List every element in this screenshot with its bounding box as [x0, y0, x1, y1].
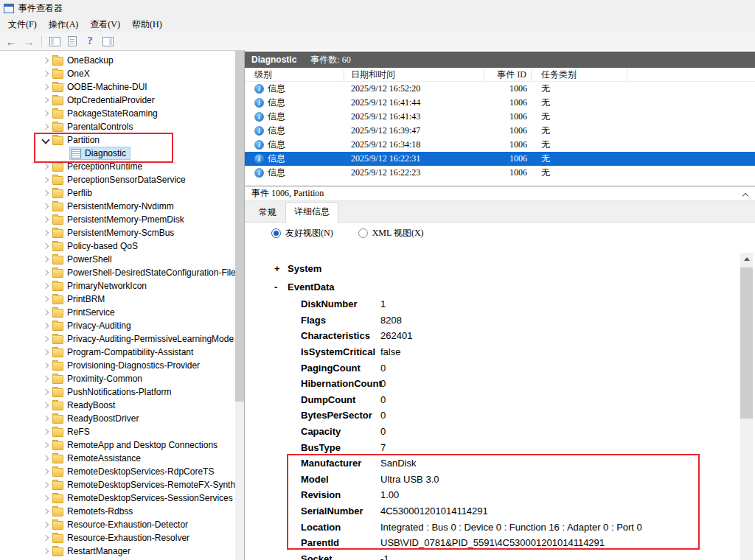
sidebar-item-partition[interactable]: Partition [0, 133, 235, 147]
chevron-right-icon[interactable] [41, 335, 50, 343]
sidebar-item-privacy-auditing-permissivelearningmode[interactable]: Privacy-Auditing-PermissiveLearningMode [0, 332, 235, 346]
chevron-right-icon[interactable] [41, 255, 50, 264]
sidebar-item-otpcredentialprovider[interactable]: OtpCredentialProvider [0, 94, 235, 107]
menu-item-f[interactable]: 文件(F) [2, 17, 43, 32]
forward-button[interactable]: → [21, 34, 37, 49]
chevron-right-icon[interactable] [41, 109, 50, 118]
radio-button-friendly-view[interactable] [271, 228, 281, 238]
tab-details[interactable]: 详细信息 [285, 202, 338, 223]
sidebar-item-remotedesktopservices-rdpcorets[interactable]: RemoteDesktopServices-RdpCoreTS [0, 465, 235, 478]
column-header-datetime[interactable]: 日期和时间 [344, 68, 484, 81]
chevron-right-icon[interactable] [41, 175, 50, 184]
chevron-right-icon[interactable] [41, 427, 50, 436]
chevron-right-icon[interactable] [41, 401, 50, 410]
chevron-right-icon[interactable] [41, 228, 50, 237]
event-row[interactable]: 信息2025/9/12 16:22:311006无 [245, 152, 755, 166]
chevron-right-icon[interactable] [41, 533, 50, 542]
chevron-right-icon[interactable] [41, 268, 50, 277]
sidebar-item-perflib[interactable]: Perflib [0, 186, 235, 200]
menu-item-a[interactable]: 操作(A) [43, 17, 85, 32]
chevron-right-icon[interactable] [41, 480, 50, 489]
sidebar-item-primarynetworkicon[interactable]: PrimaryNetworkIcon [0, 279, 235, 293]
chevron-right-icon[interactable] [41, 414, 50, 423]
chevron-right-icon[interactable] [41, 348, 50, 357]
radio-option-xml-view[interactable]: XML 视图(X) [358, 227, 424, 239]
radio-option-friendly-view[interactable]: 友好视图(N) [271, 227, 333, 239]
collapse-preview-icon[interactable] [742, 192, 749, 197]
details-scrollbar[interactable] [740, 253, 753, 560]
sidebar-item-pushnotifications-platform[interactable]: PushNotifications-Platform [0, 385, 235, 399]
event-row[interactable]: 信息2025/9/12 16:41:431006无 [245, 110, 755, 124]
sidebar-item-policy-based-qos[interactable]: Policy-based QoS [0, 239, 235, 253]
sidebar-item-refs[interactable]: ReFS [0, 425, 235, 438]
chevron-right-icon[interactable] [41, 507, 50, 516]
chevron-right-icon[interactable] [41, 494, 50, 503]
menu-item-h[interactable]: 帮助(H) [126, 17, 168, 32]
sidebar-item-printbrm[interactable]: PrintBRM [0, 293, 235, 306]
chevron-right-icon[interactable] [41, 308, 50, 317]
sidebar-item-remotedesktopservices-remotefx-synth3d[interactable]: RemoteDesktopServices-RemoteFX-Synth3D [0, 478, 235, 491]
collapse-sign-icon[interactable]: - [274, 281, 288, 293]
chevron-right-icon[interactable] [41, 69, 50, 78]
chevron-right-icon[interactable] [41, 454, 50, 463]
event-row[interactable]: 信息2025/9/12 16:34:181006无 [245, 138, 755, 152]
sidebar-item-privacy-auditing[interactable]: Privacy-Auditing [0, 319, 235, 332]
chevron-right-icon[interactable] [41, 162, 50, 171]
chevron-right-icon[interactable] [41, 295, 50, 304]
scroll-up-button[interactable] [740, 253, 753, 265]
sidebar-scrollbar-thumb[interactable] [235, 51, 244, 402]
sidebar-item-onex[interactable]: OneX [0, 67, 235, 80]
sidebar-item-powershell-desiredstateconfiguration-filedownloadmanager[interactable]: PowerShell-DesiredStateConfiguration-Fil… [0, 266, 235, 279]
chevron-right-icon[interactable] [41, 83, 50, 91]
chevron-right-icon[interactable] [41, 122, 50, 131]
expand-sign-icon[interactable]: + [274, 263, 288, 274]
chevron-right-icon[interactable] [41, 56, 50, 65]
chevron-right-icon[interactable] [41, 96, 50, 105]
chevron-right-icon[interactable] [41, 374, 50, 383]
sidebar-item-parentalcontrols[interactable]: ParentalControls [0, 120, 235, 133]
sidebar-item-resource-exhaustion-detector[interactable]: Resource-Exhaustion-Detector [0, 518, 235, 531]
sidebar-item-provisioning-diagnostics-provider[interactable]: Provisioning-Diagnostics-Provider [0, 359, 235, 372]
chevron-right-icon[interactable] [41, 202, 50, 211]
chevron-right-icon[interactable] [41, 321, 50, 330]
sidebar-item-remoteassistance[interactable]: RemoteAssistance [0, 452, 235, 465]
chevron-right-icon[interactable] [41, 281, 50, 290]
chevron-right-icon[interactable] [41, 215, 50, 224]
chevron-right-icon[interactable] [41, 547, 50, 556]
sidebar-item-remoteapp-and-desktop-connections[interactable]: RemoteApp and Desktop Connections [0, 438, 235, 452]
sidebar-item-resource-exhaustion-resolver[interactable]: Resource-Exhaustion-Resolver [0, 531, 235, 545]
chevron-right-icon[interactable] [41, 189, 50, 197]
chevron-right-icon[interactable] [41, 520, 50, 529]
sidebar-item-perceptionruntime[interactable]: PerceptionRuntime [0, 160, 235, 173]
tab-general[interactable]: 常规 [250, 203, 285, 222]
show-console-tree-button[interactable] [46, 34, 63, 49]
column-header-event-id[interactable]: 事件 ID [484, 68, 532, 81]
chevron-right-icon[interactable] [41, 441, 50, 449]
event-row[interactable]: 信息2025/9/12 16:41:441006无 [245, 96, 755, 110]
column-header-category[interactable]: 任务类别 [532, 68, 627, 81]
chevron-right-icon[interactable] [41, 467, 50, 476]
details-scrollbar-thumb[interactable] [740, 267, 753, 419]
sidebar-scrollbar[interactable] [235, 51, 244, 560]
sidebar-item-onebackup[interactable]: OneBackup [0, 54, 235, 67]
sidebar-item-remotefs-rdbss[interactable]: Remotefs-Rdbss [0, 505, 235, 518]
sidebar-item-restartmanager[interactable]: RestartManager [0, 545, 235, 558]
event-row[interactable]: 信息2025/9/12 16:22:231006无 [245, 166, 755, 180]
export-button[interactable] [64, 34, 80, 49]
sidebar-item-oobe-machine-dui[interactable]: OOBE-Machine-DUI [0, 80, 235, 94]
sidebar-item-packagestateroaming[interactable]: PackageStateRoaming [0, 107, 235, 120]
menu-item-v[interactable]: 查看(V) [84, 17, 126, 32]
sidebar-item-remotedesktopservices-sessionservices[interactable]: RemoteDesktopServices-SessionServices [0, 491, 235, 505]
action-pane-button[interactable] [100, 34, 116, 49]
sidebar-item-powershell[interactable]: PowerShell [0, 253, 235, 266]
sidebar-item-readyboostdriver[interactable]: ReadyBoostDriver [0, 412, 235, 425]
column-header-level[interactable]: 级别 [245, 68, 344, 81]
sidebar-item-perceptionsensordataservice[interactable]: PerceptionSensorDataService [0, 173, 235, 186]
sidebar-item-proximity-common[interactable]: Proximity-Common [0, 372, 235, 385]
event-row[interactable]: 信息2025/9/12 16:52:201006无 [245, 82, 755, 96]
help-button[interactable]: ? [82, 34, 98, 49]
sidebar-item-persistentmemory-scmbus[interactable]: PersistentMemory-ScmBus [0, 226, 235, 239]
sidebar-item-printservice[interactable]: PrintService [0, 306, 235, 319]
radio-button-xml-view[interactable] [358, 228, 368, 238]
sidebar-item-readyboost[interactable]: ReadyBoost [0, 399, 235, 412]
